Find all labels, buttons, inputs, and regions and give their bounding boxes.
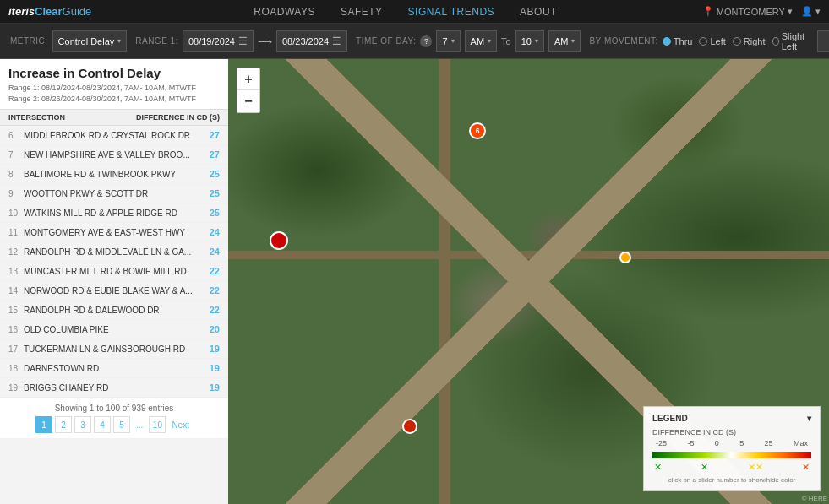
location-button[interactable]: 📍 MONTGOMERY ▾ xyxy=(702,6,793,17)
metric-value: Control Delay xyxy=(58,36,115,46)
time-end-period-select[interactable]: AM ▾ xyxy=(548,30,581,52)
time-help-icon[interactable]: ? xyxy=(420,35,432,47)
table-row[interactable]: 12 RANDOLPH RD & MIDDLEVALE LN & GA... 2… xyxy=(0,242,228,262)
table-row[interactable]: 8 BALTIMORE RD & TWINBROOK PKWY 25 xyxy=(0,165,228,184)
pagination: Showing 1 to 100 of 939 entries 1 2 3 4 … xyxy=(0,398,228,438)
location-pin-icon: 📍 xyxy=(702,6,714,17)
nav-safety[interactable]: SAFETY xyxy=(341,6,383,18)
range1-start-date[interactable]: 08/19/2024 ☰ xyxy=(183,30,254,52)
user-button[interactable]: 👤 ▾ xyxy=(801,6,821,17)
legend-num-minus25: -25 xyxy=(656,439,667,447)
time-start-select[interactable]: 7 ▾ xyxy=(436,30,460,52)
row-cd-value: 27 xyxy=(199,130,220,140)
metric-group: METRIC: Control Delay ▾ xyxy=(10,30,127,52)
zoom-controls: + − xyxy=(237,68,260,113)
legend-num-5: 5 xyxy=(739,439,744,447)
row-intersection-name: RANDOLPH RD & DALEWOOD DR xyxy=(24,306,199,315)
table-row[interactable]: 16 OLD COLUMBIA PIKE 20 xyxy=(0,320,228,339)
panel-range2: Range 2: 08/26/2024-08/30/2024, 7AM- 10A… xyxy=(8,94,220,105)
legend-panel: LEGEND ▾ DIFFERENCE IN CD (S) -25 -5 0 5… xyxy=(643,406,821,491)
row-number: 16 xyxy=(8,325,24,334)
range1-end-date[interactable]: 08/23/2024 ☰ xyxy=(276,30,347,52)
table-row[interactable]: 10 WATKINS MILL RD & APPLE RIDGE RD 25 xyxy=(0,203,228,223)
zoom-in-button[interactable]: + xyxy=(237,68,259,90)
row-cd-value: 24 xyxy=(199,247,220,257)
row-cd-value: 22 xyxy=(199,266,220,276)
nav-about[interactable]: ABOUT xyxy=(520,6,557,18)
legend-marker-green2[interactable]: ✕ xyxy=(701,462,708,473)
logo-guide: Guide xyxy=(63,5,92,18)
table-row[interactable]: 19 BRIGGS CHANEY RD 19 xyxy=(0,378,228,398)
left-radio-icon xyxy=(699,37,707,46)
panel-title: Increase in Control Delay xyxy=(8,66,220,80)
slight-left-label: Slight Left xyxy=(782,31,814,51)
row-cd-value: 22 xyxy=(199,285,220,295)
time-label: TIME OF DAY: xyxy=(356,36,416,46)
page-10-button[interactable]: 10 xyxy=(149,416,166,433)
table-row[interactable]: 14 NORWOOD RD & EUBIE BLAKE WAY & A... 2… xyxy=(0,281,228,301)
page-3-button[interactable]: 3 xyxy=(74,416,91,433)
time-end-value: 10 xyxy=(521,36,532,46)
panel-header: Increase in Control Delay Range 1: 08/19… xyxy=(0,59,228,110)
movement-dropdown[interactable] xyxy=(817,30,829,52)
time-of-day-group: TIME OF DAY: ? 7 ▾ AM ▾ To 10 ▾ AM ▾ xyxy=(356,30,581,52)
nav-roadways[interactable]: ROADWAYS xyxy=(254,6,315,18)
table-row[interactable]: 11 MONTGOMERY AVE & EAST-WEST HWY 24 xyxy=(0,223,228,242)
row-number: 9 xyxy=(8,189,24,198)
thru-label: Thru xyxy=(674,36,693,46)
legend-markers: ✕ ✕ ✕✕ ✕ xyxy=(652,462,811,473)
movement-slight-left[interactable]: Slight Left xyxy=(772,31,814,51)
row-intersection-name: MONTGOMERY AVE & EAST-WEST HWY xyxy=(24,228,199,237)
map-pin-red2[interactable] xyxy=(402,419,417,434)
map-container[interactable]: + − 6 LEGEND ▾ DIFFERENCE IN CD (S) -25 … xyxy=(228,59,829,504)
app-logo[interactable]: iteris Clear Guide xyxy=(8,5,91,18)
period-start-chevron-icon: ▾ xyxy=(488,37,491,45)
legend-marker-green[interactable]: ✕ xyxy=(654,462,662,473)
table-row[interactable]: 6 MIDDLEBROOK RD & CRYSTAL ROCK DR 27 xyxy=(0,126,228,145)
time-end-select[interactable]: 10 ▾ xyxy=(515,30,544,52)
row-number: 8 xyxy=(8,170,24,179)
movement-left[interactable]: Left xyxy=(699,36,725,46)
zoom-out-button[interactable]: − xyxy=(237,90,259,112)
row-number: 11 xyxy=(8,228,24,237)
map-pin-6[interactable]: 6 xyxy=(469,122,486,139)
row-cd-value: 25 xyxy=(199,208,220,218)
table-row[interactable]: 7 NEW HAMPSHIRE AVE & VALLEY BROO... 27 xyxy=(0,145,228,165)
row-intersection-name: BALTIMORE RD & TWINBROOK PKWY xyxy=(24,170,199,179)
slight-left-radio-icon xyxy=(772,37,779,46)
movement-label: BY MOVEMENT: xyxy=(589,36,657,46)
legend-num-max: Max xyxy=(794,439,808,447)
main-content: Increase in Control Delay Range 1: 08/19… xyxy=(0,59,829,504)
metric-select[interactable]: Control Delay ▾ xyxy=(52,30,128,52)
table-row[interactable]: 15 RANDOLPH RD & DALEWOOD DR 22 xyxy=(0,301,228,320)
metric-label: METRIC: xyxy=(10,36,48,46)
legend-marker-yellow[interactable]: ✕✕ xyxy=(748,462,763,473)
page-5-button[interactable]: 5 xyxy=(113,416,130,433)
legend-scale-numbers: -25 -5 0 5 25 Max xyxy=(652,439,811,447)
page-4-button[interactable]: 4 xyxy=(94,416,111,433)
table-header: INTERSECTION DIFFERENCE IN CD (S) xyxy=(0,110,228,126)
calendar-icon: ☰ xyxy=(238,35,248,47)
row-number: 17 xyxy=(8,344,24,354)
page-1-button[interactable]: 1 xyxy=(35,416,52,433)
legend-collapse-icon[interactable]: ▾ xyxy=(807,414,811,423)
map-pin-red1[interactable] xyxy=(270,231,288,250)
row-cd-value: 22 xyxy=(199,305,220,315)
next-button[interactable]: Next xyxy=(168,416,193,433)
map-pin-orange[interactable] xyxy=(619,252,631,263)
table-row[interactable]: 18 DARNESTOWN RD 19 xyxy=(0,359,228,378)
movement-thru[interactable]: Thru xyxy=(663,36,693,46)
time-start-period-select[interactable]: AM ▾ xyxy=(465,30,498,52)
nav-signal-trends[interactable]: SIGNAL TRENDS xyxy=(408,6,495,18)
legend-header: LEGEND ▾ xyxy=(652,414,811,423)
row-intersection-name: NORWOOD RD & EUBIE BLAKE WAY & A... xyxy=(24,286,199,295)
table-row[interactable]: 13 MUNCASTER MILL RD & BOWIE MILL RD 22 xyxy=(0,262,228,281)
table-row[interactable]: 17 TUCKERMAN LN & GAINSBOROUGH RD 19 xyxy=(0,339,228,359)
legend-marker-red[interactable]: ✕ xyxy=(802,462,810,473)
table-row[interactable]: 9 WOOTTON PKWY & SCOTT DR 25 xyxy=(0,184,228,203)
page-2-button[interactable]: 2 xyxy=(55,416,72,433)
copyright-text: © HERE xyxy=(802,495,827,502)
row-cd-value: 27 xyxy=(199,149,220,160)
movement-right[interactable]: Right xyxy=(733,36,766,46)
nav-links: ROADWAYS SAFETY SIGNAL TRENDS ABOUT xyxy=(108,6,702,18)
